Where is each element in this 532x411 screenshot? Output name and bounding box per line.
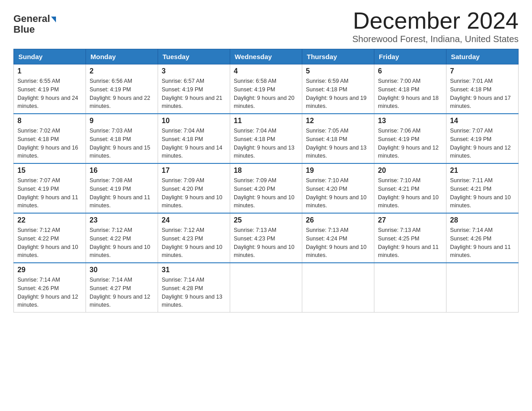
day-info: Sunrise: 6:58 AMSunset: 4:19 PMDaylight:… [234, 77, 298, 111]
title-block: December 2024 Shorewood Forest, Indiana,… [352, 9, 519, 44]
logo: General Blue [13, 9, 56, 35]
calendar-cell [374, 263, 446, 313]
day-number: 14 [450, 117, 515, 125]
calendar-week-row: 15Sunrise: 7:07 AMSunset: 4:19 PMDayligh… [14, 163, 519, 213]
day-number: 11 [234, 117, 298, 125]
day-number: 2 [90, 67, 154, 75]
day-number: 15 [17, 167, 82, 175]
day-info: Sunrise: 7:09 AMSunset: 4:20 PMDaylight:… [162, 176, 226, 210]
day-info: Sunrise: 7:14 AMSunset: 4:28 PMDaylight:… [162, 276, 226, 309]
day-number: 22 [17, 216, 82, 224]
calendar-cell: 19Sunrise: 7:10 AMSunset: 4:20 PMDayligh… [302, 163, 374, 213]
calendar-cell: 28Sunrise: 7:14 AMSunset: 4:26 PMDayligh… [446, 213, 519, 263]
day-number: 25 [234, 216, 298, 224]
day-info: Sunrise: 7:08 AMSunset: 4:19 PMDaylight:… [90, 176, 154, 210]
logo-general: General [13, 13, 50, 24]
weekday-header-thursday: Thursday [302, 49, 374, 64]
day-info: Sunrise: 7:10 AMSunset: 4:21 PMDaylight:… [378, 176, 442, 210]
day-number: 19 [306, 167, 370, 175]
day-number: 20 [378, 167, 442, 175]
calendar-cell: 20Sunrise: 7:10 AMSunset: 4:21 PMDayligh… [374, 163, 446, 213]
calendar-week-row: 1Sunrise: 6:55 AMSunset: 4:19 PMDaylight… [14, 64, 519, 114]
calendar-cell: 31Sunrise: 7:14 AMSunset: 4:28 PMDayligh… [158, 263, 230, 313]
day-number: 30 [90, 266, 154, 274]
calendar-week-row: 8Sunrise: 7:02 AMSunset: 4:18 PMDaylight… [14, 114, 519, 163]
day-info: Sunrise: 7:13 AMSunset: 4:25 PMDaylight:… [378, 226, 442, 260]
day-number: 16 [90, 167, 154, 175]
day-info: Sunrise: 7:12 AMSunset: 4:23 PMDaylight:… [162, 226, 226, 260]
day-info: Sunrise: 7:00 AMSunset: 4:18 PMDaylight:… [378, 77, 442, 111]
day-number: 8 [17, 117, 82, 125]
calendar-cell [230, 263, 302, 313]
weekday-header-tuesday: Tuesday [158, 49, 230, 64]
calendar-cell: 1Sunrise: 6:55 AMSunset: 4:19 PMDaylight… [14, 64, 86, 114]
weekday-header-sunday: Sunday [14, 49, 86, 64]
day-info: Sunrise: 7:13 AMSunset: 4:23 PMDaylight:… [234, 226, 298, 260]
day-info: Sunrise: 7:04 AMSunset: 4:18 PMDaylight:… [162, 127, 226, 160]
weekday-header-saturday: Saturday [446, 49, 519, 64]
calendar-cell: 2Sunrise: 6:56 AMSunset: 4:19 PMDaylight… [86, 64, 158, 114]
calendar-cell [302, 263, 374, 313]
weekday-header-friday: Friday [374, 49, 446, 64]
day-number: 13 [378, 117, 442, 125]
calendar-cell: 4Sunrise: 6:58 AMSunset: 4:19 PMDaylight… [230, 64, 302, 114]
weekday-header-monday: Monday [86, 49, 158, 64]
day-info: Sunrise: 7:11 AMSunset: 4:21 PMDaylight:… [450, 176, 515, 210]
day-info: Sunrise: 7:14 AMSunset: 4:27 PMDaylight:… [90, 276, 154, 309]
day-info: Sunrise: 6:59 AMSunset: 4:18 PMDaylight:… [306, 77, 370, 111]
day-info: Sunrise: 7:12 AMSunset: 4:22 PMDaylight:… [17, 226, 82, 260]
day-number: 18 [234, 167, 298, 175]
day-number: 12 [306, 117, 370, 125]
calendar-cell: 8Sunrise: 7:02 AMSunset: 4:18 PMDaylight… [14, 114, 86, 163]
location-subtitle: Shorewood Forest, Indiana, United States [352, 34, 519, 44]
calendar-cell [446, 263, 519, 313]
calendar-cell: 25Sunrise: 7:13 AMSunset: 4:23 PMDayligh… [230, 213, 302, 263]
calendar-cell: 26Sunrise: 7:13 AMSunset: 4:24 PMDayligh… [302, 213, 374, 263]
day-number: 9 [90, 117, 154, 125]
weekday-header-row: SundayMondayTuesdayWednesdayThursdayFrid… [14, 49, 519, 64]
calendar-cell: 16Sunrise: 7:08 AMSunset: 4:19 PMDayligh… [86, 163, 158, 213]
day-info: Sunrise: 7:04 AMSunset: 4:18 PMDaylight:… [234, 127, 298, 160]
day-number: 24 [162, 216, 226, 224]
day-info: Sunrise: 7:02 AMSunset: 4:18 PMDaylight:… [17, 127, 82, 160]
day-info: Sunrise: 7:12 AMSunset: 4:22 PMDaylight:… [90, 226, 154, 260]
day-number: 10 [162, 117, 226, 125]
calendar-cell: 3Sunrise: 6:57 AMSunset: 4:19 PMDaylight… [158, 64, 230, 114]
page-header: General Blue December 2024 Shorewood For… [13, 9, 519, 44]
day-info: Sunrise: 7:14 AMSunset: 4:26 PMDaylight:… [450, 226, 515, 260]
day-info: Sunrise: 7:09 AMSunset: 4:20 PMDaylight:… [234, 176, 298, 210]
calendar-cell: 6Sunrise: 7:00 AMSunset: 4:18 PMDaylight… [374, 64, 446, 114]
calendar-cell: 13Sunrise: 7:06 AMSunset: 4:19 PMDayligh… [374, 114, 446, 163]
calendar-cell: 29Sunrise: 7:14 AMSunset: 4:26 PMDayligh… [14, 263, 86, 313]
calendar-cell: 21Sunrise: 7:11 AMSunset: 4:21 PMDayligh… [446, 163, 519, 213]
day-number: 28 [450, 216, 515, 224]
day-info: Sunrise: 6:57 AMSunset: 4:19 PMDaylight:… [162, 77, 226, 111]
logo-arrow-icon [51, 17, 56, 22]
logo-blue: Blue [13, 24, 35, 35]
day-info: Sunrise: 7:05 AMSunset: 4:18 PMDaylight:… [306, 127, 370, 160]
day-number: 27 [378, 216, 442, 224]
day-number: 21 [450, 167, 515, 175]
day-info: Sunrise: 7:10 AMSunset: 4:20 PMDaylight:… [306, 176, 370, 210]
calendar-cell: 12Sunrise: 7:05 AMSunset: 4:18 PMDayligh… [302, 114, 374, 163]
calendar-cell: 10Sunrise: 7:04 AMSunset: 4:18 PMDayligh… [158, 114, 230, 163]
calendar-cell: 17Sunrise: 7:09 AMSunset: 4:20 PMDayligh… [158, 163, 230, 213]
calendar-cell: 24Sunrise: 7:12 AMSunset: 4:23 PMDayligh… [158, 213, 230, 263]
day-number: 5 [306, 67, 370, 75]
month-title: December 2024 [352, 9, 519, 32]
calendar-cell: 5Sunrise: 6:59 AMSunset: 4:18 PMDaylight… [302, 64, 374, 114]
day-info: Sunrise: 6:55 AMSunset: 4:19 PMDaylight:… [17, 77, 82, 111]
day-info: Sunrise: 7:03 AMSunset: 4:18 PMDaylight:… [90, 127, 154, 160]
day-number: 4 [234, 67, 298, 75]
day-number: 7 [450, 67, 515, 75]
day-info: Sunrise: 7:01 AMSunset: 4:18 PMDaylight:… [450, 77, 515, 111]
calendar-cell: 22Sunrise: 7:12 AMSunset: 4:22 PMDayligh… [14, 213, 86, 263]
day-number: 23 [90, 216, 154, 224]
calendar-cell: 9Sunrise: 7:03 AMSunset: 4:18 PMDaylight… [86, 114, 158, 163]
day-number: 6 [378, 67, 442, 75]
calendar-cell: 23Sunrise: 7:12 AMSunset: 4:22 PMDayligh… [86, 213, 158, 263]
calendar-table: SundayMondayTuesdayWednesdayThursdayFrid… [13, 49, 519, 313]
calendar-cell: 27Sunrise: 7:13 AMSunset: 4:25 PMDayligh… [374, 213, 446, 263]
calendar-cell: 14Sunrise: 7:07 AMSunset: 4:19 PMDayligh… [446, 114, 519, 163]
calendar-cell: 18Sunrise: 7:09 AMSunset: 4:20 PMDayligh… [230, 163, 302, 213]
